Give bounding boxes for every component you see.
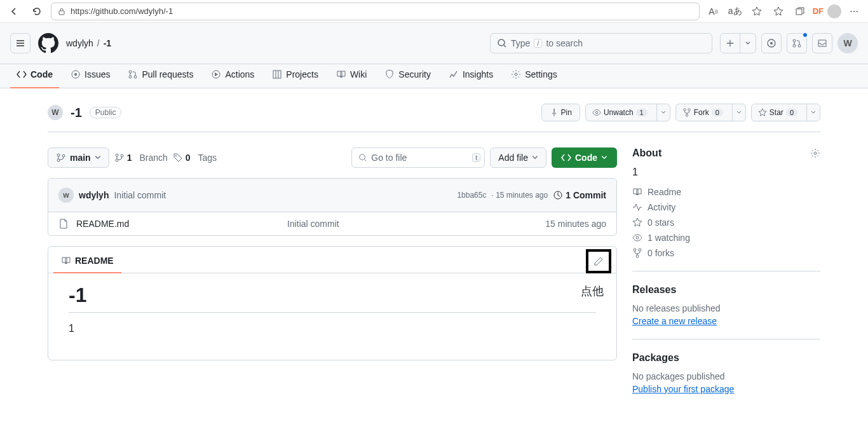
fork-icon [682, 108, 691, 117]
browser-profile[interactable] [827, 4, 841, 18]
tab-settings-label: Settings [525, 69, 557, 79]
browser-back[interactable] [5, 3, 23, 20]
svg-point-10 [129, 71, 132, 73]
svg-point-31 [634, 249, 636, 251]
commit-sha[interactable]: 1bba65c [457, 191, 486, 200]
svg-point-5 [793, 39, 796, 42]
url-bar[interactable]: https://github.com/wdylyh/-1 [51, 3, 700, 20]
forks-link[interactable]: 0 forks [632, 248, 820, 258]
readme-box: README 点他 -1 1 [48, 246, 617, 360]
svg-point-23 [116, 154, 118, 156]
publish-package-link[interactable]: Publish your first package [632, 384, 734, 394]
notification-dot [803, 32, 808, 38]
code-icon [561, 153, 571, 163]
user-avatar[interactable]: W [837, 33, 858, 53]
tab-insights[interactable]: Insights [442, 64, 499, 88]
tab-actions[interactable]: Actions [205, 64, 261, 88]
tab-wiki[interactable]: Wiki [330, 64, 373, 88]
read-aloud-icon[interactable]: A)) [705, 3, 722, 20]
tab-projects-label: Projects [286, 69, 318, 79]
code-button[interactable]: Code [552, 147, 617, 168]
github-header: wdylyh / -1 Type / to search W [0, 23, 868, 64]
star-icon [632, 217, 642, 228]
packages-section: Packages No packages published Publish y… [632, 352, 820, 407]
create-release-link[interactable]: Create a new release [632, 316, 717, 326]
tags-count: 0 [186, 153, 191, 163]
latest-commit[interactable]: w wdylyh Initial commit 1bba65c · 15 min… [48, 179, 616, 212]
eye-icon [592, 108, 601, 117]
issues-button[interactable] [761, 33, 782, 53]
star-label: Star [770, 108, 783, 117]
add-file-button[interactable]: Add file [490, 147, 546, 168]
pin-button[interactable]: Pin [541, 104, 580, 121]
readme-tab[interactable]: README [53, 249, 121, 273]
goto-label: Go to file [371, 153, 407, 163]
gear-icon[interactable] [810, 148, 820, 158]
browser-menu[interactable]: ⋯ [845, 3, 863, 20]
df-badge: DF [813, 6, 824, 16]
tab-settings[interactable]: Settings [505, 64, 564, 88]
activity-link[interactable]: Activity [632, 202, 820, 212]
commit-author[interactable]: wdylyh [79, 190, 109, 200]
translate-icon[interactable]: aあ [726, 3, 744, 20]
collections-icon[interactable] [791, 3, 809, 20]
search-icon [497, 38, 507, 48]
tab-pulls[interactable]: Pull requests [121, 64, 200, 88]
tags-label: Tags [198, 153, 217, 163]
readme-link[interactable]: Readme [632, 187, 820, 197]
branches-count: 1 [127, 153, 132, 163]
releases-title: Releases [632, 284, 676, 296]
tab-security[interactable]: Security [378, 64, 437, 88]
file-commit-msg[interactable]: Initial commit [287, 219, 538, 229]
stars-link[interactable]: 0 stars [632, 217, 820, 228]
branch-switcher[interactable]: main [48, 147, 109, 168]
hamburger-menu[interactable] [10, 33, 31, 53]
go-to-file-input[interactable]: Go to filet [351, 147, 485, 168]
star-add-icon[interactable] [748, 3, 766, 20]
pulls-button[interactable] [787, 33, 807, 53]
inbox-button[interactable] [812, 33, 832, 53]
caret-down-icon [661, 110, 666, 115]
commit-relative-time: · 15 minutes ago [491, 191, 548, 200]
annotation-text: 点他 [581, 284, 604, 299]
code-label: Code [575, 153, 597, 163]
pin-icon [550, 108, 559, 117]
repo-head: W -1 Public Pin Unwatch1 Fork0 Star0 [48, 104, 820, 132]
fork-button[interactable]: Fork0 [675, 104, 746, 121]
file-row[interactable]: README.md Initial commit 15 minutes ago [48, 212, 616, 235]
search-suffix: to search [546, 38, 583, 48]
search-input[interactable]: Type / to search [490, 33, 712, 53]
pulse-icon [632, 202, 642, 212]
star-button[interactable]: Star0 [751, 104, 820, 121]
caret-down-icon [95, 154, 101, 161]
commits-link[interactable]: 1 Commit [553, 190, 606, 200]
about-section: About 1 Readme Activity 0 stars 1 watchi… [632, 147, 820, 271]
svg-point-11 [129, 76, 132, 78]
breadcrumb-repo[interactable]: -1 [104, 38, 111, 48]
readme-tab-label: README [75, 256, 114, 266]
create-new-button[interactable] [720, 33, 756, 53]
svg-point-27 [360, 154, 365, 160]
visibility-badge: Public [90, 107, 122, 118]
repo-nav: Code Issues Pull requests Actions Projec… [0, 64, 868, 88]
tags-link[interactable]: 0 Tags [173, 153, 217, 163]
tab-code[interactable]: Code [10, 64, 59, 88]
browser-refresh[interactable] [28, 3, 46, 20]
tab-wiki-label: Wiki [350, 69, 367, 79]
caret-down-icon [532, 154, 538, 161]
commit-message[interactable]: Initial commit [114, 190, 166, 200]
branches-link[interactable]: 1 Branch [114, 153, 168, 163]
watch-button[interactable]: Unwatch1 [585, 104, 670, 121]
favorites-icon[interactable] [770, 3, 787, 20]
watching-link[interactable]: 1 watching [632, 233, 820, 243]
edit-readme-button[interactable] [586, 249, 611, 273]
search-icon [358, 153, 367, 162]
github-logo[interactable] [38, 33, 58, 53]
svg-point-12 [134, 76, 137, 78]
tab-projects[interactable]: Projects [266, 64, 325, 88]
breadcrumb-owner[interactable]: wdylyh [66, 38, 93, 48]
file-name[interactable]: README.md [76, 219, 280, 229]
url-text: https://github.com/wdylyh/-1 [71, 6, 173, 16]
tab-issues[interactable]: Issues [64, 64, 116, 88]
inbox-icon [817, 38, 827, 48]
